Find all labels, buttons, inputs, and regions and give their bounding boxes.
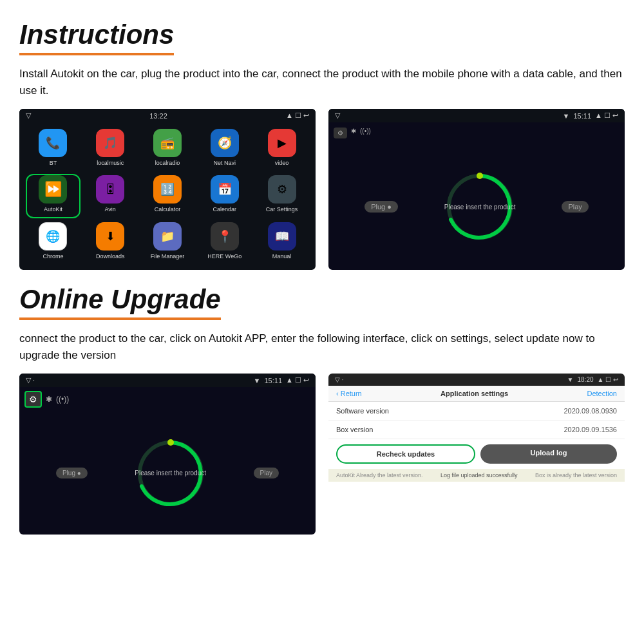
app-herewego[interactable]: 📍 HERE WeGo (198, 222, 251, 263)
page: Instructions Install Autokit on the car,… (0, 0, 644, 644)
app-manual-icon: 📖 (268, 222, 296, 251)
settings-status-bar: AutoKit Already the latest version. Log … (328, 469, 625, 482)
instructions-description: Install Autokit on the car, plug the pro… (19, 66, 625, 99)
statusbar-2: ▽ ▼ 15:11 ▲ ☐ ↩ (328, 109, 625, 122)
svg-point-1 (477, 173, 483, 179)
app-localmusic-icon: 🎵 (96, 129, 124, 157)
insert-label: Please insert the product (444, 204, 516, 211)
statusbar-right-2: ▼ 15:11 ▲ ☐ ↩ (563, 111, 618, 120)
upload-log-button[interactable]: Upload log (480, 444, 617, 464)
plug-label: Plug ● (365, 201, 398, 213)
recheck-updates-button[interactable]: Recheck updates (336, 444, 475, 464)
app-settings-topbar: ‹ Return Application settings Detection (328, 386, 625, 402)
plug-content: Plug ● Please insert the product (328, 144, 625, 270)
instructions-section: Instructions Install Autokit on the car,… (19, 19, 625, 270)
android-screen-2: ▽ ▼ 15:11 ▲ ☐ ↩ ⚙ ✱ ((•)) (328, 109, 625, 270)
status-log: Log file uploaded successfully (440, 472, 518, 478)
online-upgrade-title: Online Upgrade (19, 284, 221, 320)
upgrade-screenshots: ▽ · ▼ 15:11 ▲ ☐ ↩ ⚙ ✱ ((•)) (19, 374, 625, 535)
app-localradio[interactable]: 📻 localradio (142, 129, 194, 170)
app-avin-icon: 🎛 (96, 175, 124, 204)
app-autokit[interactable]: ⏩ AutoKit (27, 175, 79, 216)
android-screen-4: ▽ · ▼ 18:20 ▲ ☐ ↩ ‹ Return Application s… (328, 374, 625, 535)
settings-statusbar: ▽ · ▼ 18:20 ▲ ☐ ↩ (328, 374, 625, 386)
box-version-label: Box version (336, 426, 373, 433)
app-chrome-icon: 🌐 (39, 222, 67, 251)
app-autokit-icon: ⏩ (39, 175, 67, 204)
box-version-row: Box version 2020.09.09.1536 (328, 421, 625, 439)
app-localradio-icon: 📻 (153, 129, 182, 157)
app-video[interactable]: ▶ video (256, 129, 308, 170)
app-carsettings-icon: ⚙ (268, 175, 296, 204)
software-version-label: Software version (336, 407, 389, 415)
screen-plug-2: ▽ · ▼ 15:11 ▲ ☐ ↩ ⚙ ✱ ((•)) (19, 374, 316, 535)
app-downloads-icon: ⬇ (96, 222, 124, 251)
instructions-screenshots: ▽ 13:22 ▲ ☐ ↩ 📞 BT 🎵 localmusic (19, 109, 625, 270)
app-netnavi[interactable]: 🧭 Net Navi (198, 129, 251, 170)
app-filemanager[interactable]: 📁 File Manager (142, 222, 194, 263)
app-calendar[interactable]: 📅 Calendar (198, 175, 251, 216)
screen-app-grid: ▽ 13:22 ▲ ☐ ↩ 📞 BT 🎵 localmusic (19, 109, 316, 270)
gear-icon-highlighted[interactable]: ⚙ (24, 391, 42, 408)
settings-action-buttons: Recheck updates Upload log (328, 439, 625, 469)
android-screen-1: ▽ 13:22 ▲ ☐ ↩ 📞 BT 🎵 localmusic (19, 109, 316, 270)
insert-label-2: Please insert the product (135, 469, 206, 477)
svg-point-3 (167, 439, 174, 446)
software-version-value: 2020.09.08.0930 (564, 407, 617, 415)
statusbar-time-4: 18:20 (578, 376, 594, 383)
online-upgrade-section: Online Upgrade connect the product to th… (19, 284, 625, 535)
app-localmusic[interactable]: 🎵 localmusic (84, 129, 137, 170)
app-avin[interactable]: 🎛 Avin (84, 175, 137, 216)
play-label: Play (562, 201, 588, 213)
statusbar-right-1: ▲ ☐ ↩ (286, 111, 309, 120)
app-video-icon: ▶ (268, 129, 296, 157)
app-manual[interactable]: 📖 Manual (256, 222, 308, 263)
app-chrome[interactable]: 🌐 Chrome (27, 222, 79, 263)
screen-plug: ▽ ▼ 15:11 ▲ ☐ ↩ ⚙ ✱ ((•)) (328, 109, 625, 270)
statusbar-3: ▽ · ▼ 15:11 ▲ ☐ ↩ (19, 374, 316, 387)
app-calculator-icon: 🔢 (153, 175, 182, 204)
statusbar-time-3: 15:11 (264, 377, 282, 384)
statusbar-time-2: 15:11 (573, 112, 591, 120)
app-grid: 📞 BT 🎵 localmusic 📻 localradio 🧭 (19, 122, 316, 270)
return-label[interactable]: ‹ Return (336, 390, 362, 397)
app-herewego-icon: 📍 (211, 222, 239, 251)
statusbar-left-2: ▽ (335, 111, 340, 120)
app-netnavi-icon: 🧭 (211, 129, 239, 157)
app-carsettings[interactable]: ⚙ Car Settings (256, 175, 308, 216)
software-version-row: Software version 2020.09.08.0930 (328, 402, 625, 421)
screen-settings: ▽ · ▼ 18:20 ▲ ☐ ↩ ‹ Return Application s… (328, 374, 625, 535)
android-screen-3: ▽ · ▼ 15:11 ▲ ☐ ↩ ⚙ ✱ ((•)) (19, 374, 316, 535)
statusbar-left-1: ▽ (26, 111, 31, 120)
app-bt[interactable]: 📞 BT (27, 129, 79, 170)
statusbar-1: ▽ 13:22 ▲ ☐ ↩ (19, 109, 316, 122)
status-box: Box is already the latest version (535, 472, 617, 478)
status-autokit: AutoKit Already the latest version. (336, 472, 423, 478)
app-settings-label: Application settings (440, 390, 508, 397)
app-calculator[interactable]: 🔢 Calculator (142, 175, 194, 216)
app-filemanager-icon: 📁 (153, 222, 182, 251)
app-bt-icon: 📞 (39, 129, 67, 157)
instructions-title: Instructions (19, 19, 174, 55)
detection-label[interactable]: Detection (587, 390, 617, 397)
app-downloads[interactable]: ⬇ Downloads (84, 222, 137, 263)
box-version-value: 2020.09.09.1536 (564, 426, 617, 433)
app-calendar-icon: 📅 (211, 175, 239, 204)
plug-label-2: Plug ● (56, 468, 88, 478)
online-upgrade-description: connect the product to the car, click on… (19, 330, 625, 363)
statusbar-time-1: 13:22 (149, 112, 167, 120)
play-label-2: Play (254, 468, 279, 478)
plug-content-2: Plug ● Please insert the product (19, 412, 316, 535)
